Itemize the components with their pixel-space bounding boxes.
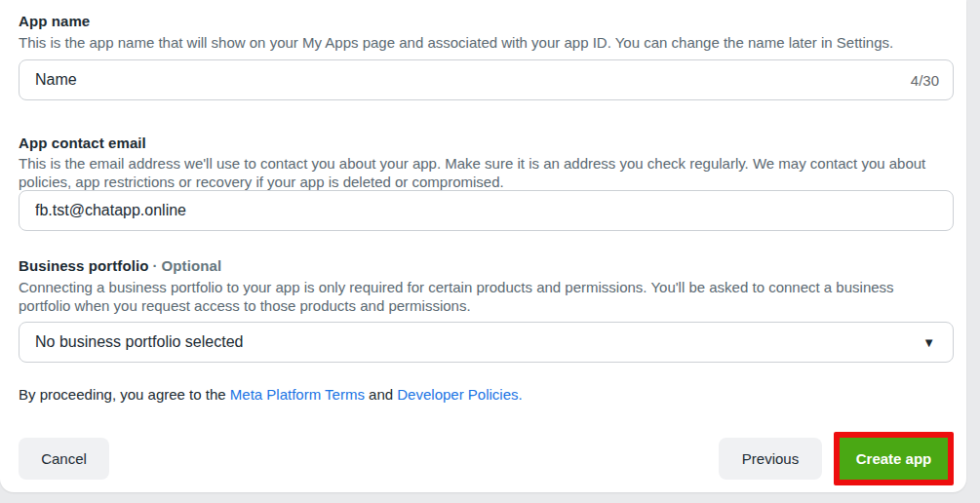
contact-email-input[interactable] [19, 190, 954, 231]
previous-button[interactable]: Previous [719, 438, 822, 480]
contact-email-field-wrap [19, 190, 954, 231]
business-portfolio-description: Connecting a business portfolio to your … [19, 278, 935, 315]
business-portfolio-dropdown[interactable]: No business portfolio selected ▼ [19, 322, 954, 363]
developer-policies-link[interactable]: Developer Policies. [397, 386, 522, 403]
app-name-description: This is the app name that will show on y… [19, 33, 935, 52]
cancel-button[interactable]: Cancel [19, 438, 109, 480]
business-portfolio-label-text: Business portfolio [19, 257, 148, 274]
contact-email-description: This is the email address we'll use to c… [19, 154, 935, 191]
terms-conjunction: and [365, 386, 397, 403]
create-app-dialog: App name This is the app name that will … [0, 0, 966, 492]
dialog-content: App name This is the app name that will … [19, 0, 954, 492]
caret-down-icon: ▼ [922, 336, 935, 349]
terms-prefix: By proceeding, you agree to the [19, 386, 230, 403]
meta-platform-terms-link[interactable]: Meta Platform Terms [230, 386, 365, 403]
create-app-button[interactable]: Create app [840, 438, 948, 480]
page-background: App name This is the app name that will … [0, 0, 980, 503]
label-separator: · [152, 257, 157, 274]
business-portfolio-label: Business portfolio·Optional [19, 257, 221, 274]
business-portfolio-selected-value: No business portfolio selected [35, 333, 243, 351]
app-name-label: App name [19, 13, 90, 29]
contact-email-label: App contact email [19, 135, 146, 151]
target-highlight-box: Create app [834, 432, 954, 485]
terms-agreement-text: By proceeding, you agree to the Meta Pla… [19, 386, 523, 403]
app-name-field-wrap: 4/30 [19, 59, 954, 100]
app-name-input[interactable] [19, 59, 954, 100]
optional-badge: Optional [162, 257, 222, 274]
